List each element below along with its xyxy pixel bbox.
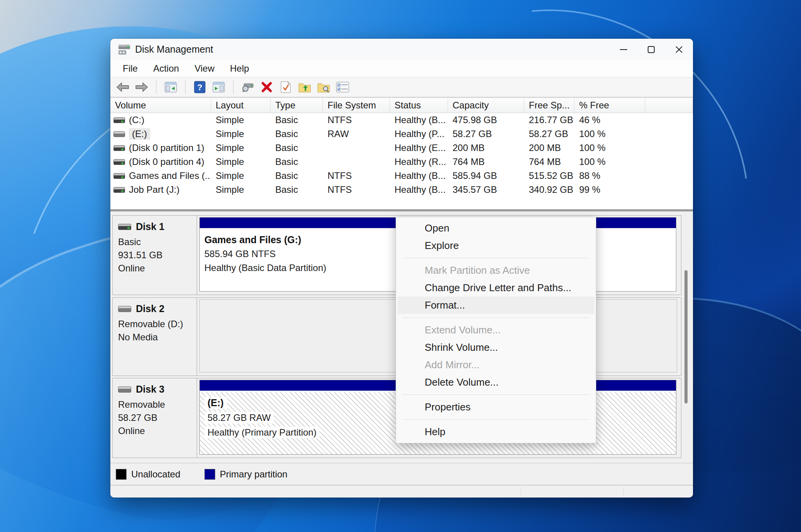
header-free-space[interactable]: Free Sp... [524, 98, 575, 113]
cell-type: Basic [271, 169, 323, 183]
context-item-format[interactable]: Format... [398, 297, 594, 314]
header-volume[interactable]: Volume [110, 98, 211, 113]
volume-list-header: Volume Layout Type File System Status Ca… [110, 98, 693, 113]
disk3-label[interactable]: Disk 3 Removable 58.27 GB Online [113, 378, 197, 458]
console-tree-toggle-icon[interactable] [164, 80, 178, 94]
volume-name: (Disk 0 partition 1) [129, 142, 204, 153]
cell-status: Healthy (P... [390, 127, 448, 141]
maximize-button[interactable] [637, 39, 665, 60]
svg-text:?: ? [197, 82, 202, 92]
disk-icon [118, 224, 131, 230]
header-capacity[interactable]: Capacity [448, 98, 524, 113]
close-button[interactable] [665, 39, 693, 60]
status-divider [623, 487, 624, 496]
header-file-system[interactable]: File System [323, 98, 390, 113]
context-item-open[interactable]: Open [396, 220, 596, 237]
volume-drive-icon [113, 131, 125, 137]
cell-fs [323, 155, 390, 169]
primary-partition-label: Primary partition [220, 469, 288, 480]
forward-arrow-icon[interactable] [135, 80, 149, 94]
volume-name: (E:) [129, 128, 150, 140]
back-arrow-icon[interactable] [116, 80, 130, 94]
table-row-disk0-p4[interactable]: (Disk 0 partition 4) Simple Basic Health… [110, 155, 693, 169]
check-document-icon[interactable] [279, 80, 293, 94]
menu-view[interactable]: View [187, 60, 222, 77]
context-item-shrink-volume[interactable]: Shrink Volume... [396, 339, 596, 356]
context-separator [402, 258, 590, 258]
header-type[interactable]: Type [271, 98, 323, 113]
cell-capacity: 58.27 GB [448, 127, 524, 141]
context-separator [402, 419, 590, 420]
disk3-type: Removable [118, 398, 197, 411]
menu-help[interactable]: Help [222, 60, 257, 77]
cell-layout: Simple [211, 169, 271, 183]
table-row-jobpart[interactable]: Job Part (J:) Simple Basic NTFS Healthy … [110, 183, 693, 197]
cell-free: 216.77 GB [524, 113, 575, 127]
cell-capacity: 585.94 GB [448, 169, 524, 183]
disk1-status: Online [118, 262, 197, 275]
cell-pct-free: 100 % [575, 141, 645, 155]
partition-health: Healthy (Primary Partition) [204, 427, 319, 438]
cell-type: Basic [271, 141, 323, 155]
header-empty [645, 98, 693, 113]
help-icon[interactable]: ? [193, 80, 207, 94]
volume-drive-icon [113, 187, 125, 193]
context-item-help[interactable]: Help [396, 423, 596, 441]
cell-type: Basic [271, 113, 323, 127]
delete-volume-icon[interactable] [260, 80, 274, 94]
cell-empty [645, 169, 693, 183]
cell-status: Healthy (B... [390, 183, 448, 197]
header-status[interactable]: Status [390, 98, 448, 113]
context-item-change-drive-letter[interactable]: Change Drive Letter and Paths... [396, 279, 596, 297]
context-item-properties[interactable]: Properties [396, 398, 596, 416]
disk2-status: No Media [118, 331, 197, 344]
context-item-delete-volume[interactable]: Delete Volume... [396, 374, 596, 391]
title-bar[interactable]: Disk Management [110, 39, 693, 60]
cell-fs: RAW [323, 127, 390, 141]
vertical-scrollbar-thumb[interactable] [684, 270, 688, 403]
table-row-games[interactable]: Games and Files (... Simple Basic NTFS H… [110, 169, 693, 183]
drive-inspect-icon[interactable] [241, 80, 255, 94]
action-pane-toggle-icon[interactable] [212, 80, 226, 94]
cell-free: 200 MB [524, 141, 575, 155]
legend-bar: Unallocated Primary partition [110, 463, 693, 485]
disk2-type: Removable (D:) [118, 317, 197, 331]
status-divider [521, 487, 521, 496]
header-layout[interactable]: Layout [211, 98, 271, 113]
toolbar-separator [156, 81, 156, 94]
table-row-e-selected[interactable]: (E:) Simple Basic RAW Healthy (P... 58.2… [110, 127, 693, 141]
status-bar [110, 485, 693, 498]
menu-action[interactable]: Action [146, 60, 187, 77]
cell-empty [645, 113, 693, 127]
volume-drive-icon [113, 117, 125, 123]
cell-status: Healthy (B... [390, 113, 448, 127]
header-percent-free[interactable]: % Free [575, 98, 645, 113]
disk1-label[interactable]: Disk 1 Basic 931.51 GB Online [113, 216, 197, 295]
cell-fs [323, 141, 390, 155]
menu-file[interactable]: File [115, 60, 146, 77]
cell-type: Basic [271, 155, 323, 169]
volume-drive-icon [113, 159, 125, 165]
table-row-c[interactable]: (C:) Simple Basic NTFS Healthy (B... 475… [110, 113, 693, 127]
disk1-size: 931.51 GB [118, 249, 197, 262]
minimize-icon [620, 49, 627, 50]
cell-empty [645, 183, 693, 197]
volume-drive-icon [113, 145, 125, 151]
context-item-mark-partition-active: Mark Partition as Active [396, 262, 596, 279]
cell-pct-free: 46 % [575, 113, 645, 127]
menu-bar: File Action View Help [110, 60, 693, 77]
folder-search-icon[interactable] [317, 80, 331, 94]
folder-up-icon[interactable] [298, 80, 312, 94]
context-item-explore[interactable]: Explore [396, 237, 596, 254]
minimize-button[interactable] [609, 39, 637, 60]
volume-name: Job Part (J:) [129, 184, 180, 195]
unallocated-swatch [116, 469, 127, 480]
cell-pct-free: 100 % [575, 127, 645, 141]
table-row-disk0-p1[interactable]: (Disk 0 partition 1) Simple Basic Health… [110, 141, 693, 155]
disk2-label[interactable]: Disk 2 Removable (D:) No Media [113, 298, 197, 376]
properties-list-icon[interactable] [336, 80, 350, 94]
partition-name: (E:) [204, 397, 227, 409]
cell-free: 340.92 GB [524, 183, 575, 197]
toolbar-separator [185, 81, 185, 94]
context-item-extend-volume: Extend Volume... [396, 321, 596, 339]
